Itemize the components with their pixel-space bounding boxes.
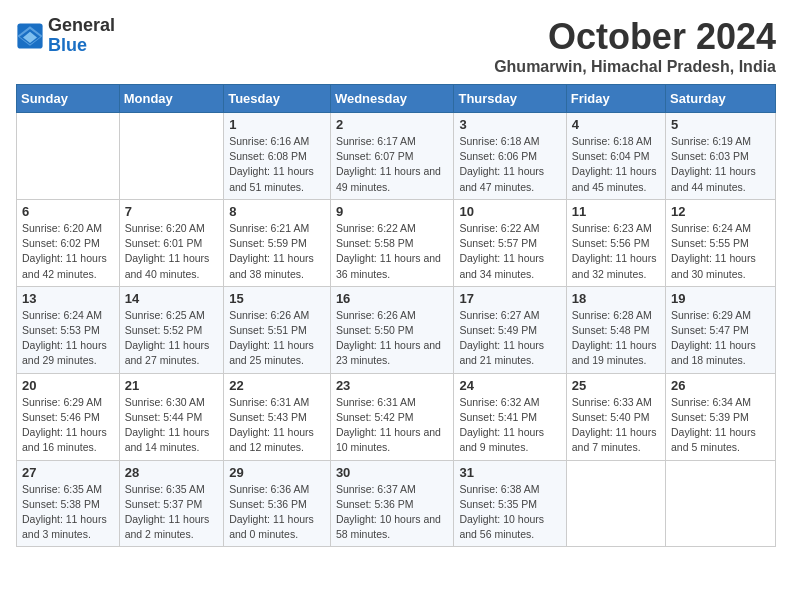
calendar-day-cell: 17Sunrise: 6:27 AM Sunset: 5:49 PM Dayli… bbox=[454, 286, 566, 373]
month-title: October 2024 bbox=[494, 16, 776, 58]
calendar-day-cell: 18Sunrise: 6:28 AM Sunset: 5:48 PM Dayli… bbox=[566, 286, 665, 373]
calendar-day-cell: 22Sunrise: 6:31 AM Sunset: 5:43 PM Dayli… bbox=[224, 373, 331, 460]
calendar-day-cell: 11Sunrise: 6:23 AM Sunset: 5:56 PM Dayli… bbox=[566, 199, 665, 286]
calendar-day-cell: 25Sunrise: 6:33 AM Sunset: 5:40 PM Dayli… bbox=[566, 373, 665, 460]
calendar-day-cell: 13Sunrise: 6:24 AM Sunset: 5:53 PM Dayli… bbox=[17, 286, 120, 373]
day-number: 14 bbox=[125, 291, 218, 306]
day-info: Sunrise: 6:22 AM Sunset: 5:57 PM Dayligh… bbox=[459, 221, 560, 282]
day-number: 4 bbox=[572, 117, 660, 132]
calendar-day-cell: 2Sunrise: 6:17 AM Sunset: 6:07 PM Daylig… bbox=[330, 113, 454, 200]
day-number: 5 bbox=[671, 117, 770, 132]
day-info: Sunrise: 6:20 AM Sunset: 6:02 PM Dayligh… bbox=[22, 221, 114, 282]
calendar-day-cell: 24Sunrise: 6:32 AM Sunset: 5:41 PM Dayli… bbox=[454, 373, 566, 460]
day-number: 30 bbox=[336, 465, 449, 480]
calendar-day-cell: 20Sunrise: 6:29 AM Sunset: 5:46 PM Dayli… bbox=[17, 373, 120, 460]
day-number: 31 bbox=[459, 465, 560, 480]
day-info: Sunrise: 6:24 AM Sunset: 5:53 PM Dayligh… bbox=[22, 308, 114, 369]
day-info: Sunrise: 6:17 AM Sunset: 6:07 PM Dayligh… bbox=[336, 134, 449, 195]
day-info: Sunrise: 6:25 AM Sunset: 5:52 PM Dayligh… bbox=[125, 308, 218, 369]
calendar-day-cell: 29Sunrise: 6:36 AM Sunset: 5:36 PM Dayli… bbox=[224, 460, 331, 547]
day-number: 2 bbox=[336, 117, 449, 132]
calendar-day-cell: 28Sunrise: 6:35 AM Sunset: 5:37 PM Dayli… bbox=[119, 460, 223, 547]
calendar-day-cell: 10Sunrise: 6:22 AM Sunset: 5:57 PM Dayli… bbox=[454, 199, 566, 286]
day-number: 18 bbox=[572, 291, 660, 306]
day-number: 17 bbox=[459, 291, 560, 306]
calendar-day-cell bbox=[119, 113, 223, 200]
calendar-day-cell: 30Sunrise: 6:37 AM Sunset: 5:36 PM Dayli… bbox=[330, 460, 454, 547]
day-number: 7 bbox=[125, 204, 218, 219]
calendar-week-row: 6Sunrise: 6:20 AM Sunset: 6:02 PM Daylig… bbox=[17, 199, 776, 286]
day-number: 1 bbox=[229, 117, 325, 132]
weekday-header-cell: Thursday bbox=[454, 85, 566, 113]
calendar-week-row: 20Sunrise: 6:29 AM Sunset: 5:46 PM Dayli… bbox=[17, 373, 776, 460]
calendar-day-cell: 4Sunrise: 6:18 AM Sunset: 6:04 PM Daylig… bbox=[566, 113, 665, 200]
day-info: Sunrise: 6:18 AM Sunset: 6:06 PM Dayligh… bbox=[459, 134, 560, 195]
day-number: 6 bbox=[22, 204, 114, 219]
weekday-header-cell: Tuesday bbox=[224, 85, 331, 113]
day-info: Sunrise: 6:18 AM Sunset: 6:04 PM Dayligh… bbox=[572, 134, 660, 195]
calendar-table: SundayMondayTuesdayWednesdayThursdayFrid… bbox=[16, 84, 776, 547]
day-info: Sunrise: 6:36 AM Sunset: 5:36 PM Dayligh… bbox=[229, 482, 325, 543]
calendar-day-cell: 3Sunrise: 6:18 AM Sunset: 6:06 PM Daylig… bbox=[454, 113, 566, 200]
calendar-day-cell bbox=[17, 113, 120, 200]
calendar-day-cell: 1Sunrise: 6:16 AM Sunset: 6:08 PM Daylig… bbox=[224, 113, 331, 200]
day-number: 21 bbox=[125, 378, 218, 393]
day-info: Sunrise: 6:35 AM Sunset: 5:37 PM Dayligh… bbox=[125, 482, 218, 543]
day-number: 9 bbox=[336, 204, 449, 219]
day-info: Sunrise: 6:31 AM Sunset: 5:43 PM Dayligh… bbox=[229, 395, 325, 456]
logo-blue-text: Blue bbox=[48, 35, 87, 55]
weekday-header-cell: Friday bbox=[566, 85, 665, 113]
calendar-week-row: 1Sunrise: 6:16 AM Sunset: 6:08 PM Daylig… bbox=[17, 113, 776, 200]
day-info: Sunrise: 6:32 AM Sunset: 5:41 PM Dayligh… bbox=[459, 395, 560, 456]
calendar-week-row: 13Sunrise: 6:24 AM Sunset: 5:53 PM Dayli… bbox=[17, 286, 776, 373]
calendar-day-cell: 7Sunrise: 6:20 AM Sunset: 6:01 PM Daylig… bbox=[119, 199, 223, 286]
day-number: 10 bbox=[459, 204, 560, 219]
day-number: 27 bbox=[22, 465, 114, 480]
day-number: 23 bbox=[336, 378, 449, 393]
calendar-day-cell bbox=[666, 460, 776, 547]
day-info: Sunrise: 6:28 AM Sunset: 5:48 PM Dayligh… bbox=[572, 308, 660, 369]
calendar-day-cell: 19Sunrise: 6:29 AM Sunset: 5:47 PM Dayli… bbox=[666, 286, 776, 373]
day-info: Sunrise: 6:24 AM Sunset: 5:55 PM Dayligh… bbox=[671, 221, 770, 282]
day-number: 8 bbox=[229, 204, 325, 219]
day-number: 28 bbox=[125, 465, 218, 480]
logo-icon bbox=[16, 22, 44, 50]
day-info: Sunrise: 6:29 AM Sunset: 5:47 PM Dayligh… bbox=[671, 308, 770, 369]
header: General Blue October 2024 Ghumarwin, Him… bbox=[16, 16, 776, 76]
calendar-day-cell bbox=[566, 460, 665, 547]
day-info: Sunrise: 6:30 AM Sunset: 5:44 PM Dayligh… bbox=[125, 395, 218, 456]
day-info: Sunrise: 6:26 AM Sunset: 5:51 PM Dayligh… bbox=[229, 308, 325, 369]
calendar-body: 1Sunrise: 6:16 AM Sunset: 6:08 PM Daylig… bbox=[17, 113, 776, 547]
day-info: Sunrise: 6:37 AM Sunset: 5:36 PM Dayligh… bbox=[336, 482, 449, 543]
day-number: 13 bbox=[22, 291, 114, 306]
calendar-day-cell: 9Sunrise: 6:22 AM Sunset: 5:58 PM Daylig… bbox=[330, 199, 454, 286]
day-info: Sunrise: 6:38 AM Sunset: 5:35 PM Dayligh… bbox=[459, 482, 560, 543]
day-info: Sunrise: 6:16 AM Sunset: 6:08 PM Dayligh… bbox=[229, 134, 325, 195]
title-area: October 2024 Ghumarwin, Himachal Pradesh… bbox=[494, 16, 776, 76]
day-number: 29 bbox=[229, 465, 325, 480]
day-info: Sunrise: 6:33 AM Sunset: 5:40 PM Dayligh… bbox=[572, 395, 660, 456]
day-number: 26 bbox=[671, 378, 770, 393]
day-info: Sunrise: 6:29 AM Sunset: 5:46 PM Dayligh… bbox=[22, 395, 114, 456]
calendar-day-cell: 27Sunrise: 6:35 AM Sunset: 5:38 PM Dayli… bbox=[17, 460, 120, 547]
day-number: 25 bbox=[572, 378, 660, 393]
day-number: 12 bbox=[671, 204, 770, 219]
logo: General Blue bbox=[16, 16, 115, 56]
calendar-day-cell: 5Sunrise: 6:19 AM Sunset: 6:03 PM Daylig… bbox=[666, 113, 776, 200]
calendar-day-cell: 21Sunrise: 6:30 AM Sunset: 5:44 PM Dayli… bbox=[119, 373, 223, 460]
calendar-week-row: 27Sunrise: 6:35 AM Sunset: 5:38 PM Dayli… bbox=[17, 460, 776, 547]
day-number: 24 bbox=[459, 378, 560, 393]
day-info: Sunrise: 6:22 AM Sunset: 5:58 PM Dayligh… bbox=[336, 221, 449, 282]
logo-general-text: General bbox=[48, 15, 115, 35]
calendar-day-cell: 31Sunrise: 6:38 AM Sunset: 5:35 PM Dayli… bbox=[454, 460, 566, 547]
day-number: 3 bbox=[459, 117, 560, 132]
calendar-day-cell: 12Sunrise: 6:24 AM Sunset: 5:55 PM Dayli… bbox=[666, 199, 776, 286]
weekday-header-cell: Monday bbox=[119, 85, 223, 113]
calendar-day-cell: 14Sunrise: 6:25 AM Sunset: 5:52 PM Dayli… bbox=[119, 286, 223, 373]
calendar-day-cell: 6Sunrise: 6:20 AM Sunset: 6:02 PM Daylig… bbox=[17, 199, 120, 286]
day-info: Sunrise: 6:26 AM Sunset: 5:50 PM Dayligh… bbox=[336, 308, 449, 369]
calendar-day-cell: 15Sunrise: 6:26 AM Sunset: 5:51 PM Dayli… bbox=[224, 286, 331, 373]
weekday-header-cell: Sunday bbox=[17, 85, 120, 113]
weekday-header-cell: Saturday bbox=[666, 85, 776, 113]
day-info: Sunrise: 6:21 AM Sunset: 5:59 PM Dayligh… bbox=[229, 221, 325, 282]
